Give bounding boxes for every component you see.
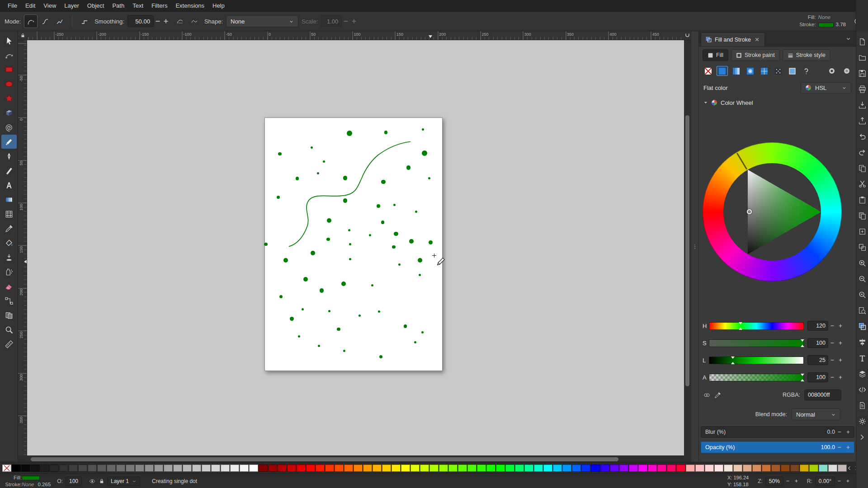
palette-swatch[interactable] [97,465,106,472]
redo-button[interactable] [858,148,867,156]
palette-swatch[interactable] [562,465,571,472]
palette-swatch[interactable] [192,465,201,472]
layer-visibility-icon[interactable] [89,478,95,484]
palette-scroll-left-button[interactable] [847,465,852,471]
paint-linear-gradient-button[interactable] [731,66,742,76]
palette-swatch-none[interactable] [2,465,11,472]
palette-swatch[interactable] [534,465,543,472]
more-button[interactable] [858,433,867,441]
palette-swatch[interactable] [809,465,818,472]
palette-swatch[interactable] [771,465,780,472]
vertical-ruler[interactable]: -50050100150200250300350400 [18,40,27,455]
object-opacity-input[interactable]: 100 [66,477,82,486]
palette-swatch[interactable] [145,465,154,472]
ellipse-tool-button[interactable] [1,77,17,91]
palette-swatch[interactable] [667,465,676,472]
palette-swatch[interactable] [287,465,296,472]
palette-swatch[interactable] [278,465,287,472]
palette-swatch[interactable] [354,465,363,472]
palette-swatch[interactable] [335,465,344,472]
save-button[interactable] [858,69,867,77]
palette-swatch[interactable] [781,465,790,472]
tweak-tool-button[interactable] [1,250,17,264]
palette-swatch[interactable] [600,465,609,472]
palette-swatch[interactable] [714,465,723,472]
rotation-decrease-button[interactable] [835,479,844,483]
spiral-tool-button[interactable] [1,120,17,134]
menu-view[interactable]: View [39,1,60,10]
zoom-decrease-button[interactable] [783,479,792,483]
pages-tool-button[interactable] [1,308,17,322]
palette-swatch[interactable] [819,465,828,472]
palette-swatch[interactable] [107,465,116,472]
color-mode-dropdown[interactable]: HSL [801,82,851,94]
palette-swatch[interactable] [581,465,590,472]
rotation-input[interactable]: 0.00° [815,477,835,486]
palette-swatch[interactable] [724,465,733,472]
paint-mesh-gradient-button[interactable] [759,66,770,76]
light-increase-button[interactable] [836,355,844,365]
tab-stroke-style[interactable]: Stroke style [783,49,830,61]
palette-swatch[interactable] [268,465,277,472]
zoom-tool-button[interactable] [1,323,17,337]
menu-layer[interactable]: Layer [60,1,83,10]
duplicate-button[interactable] [858,211,867,220]
text-dialog-button[interactable] [858,354,867,362]
close-icon[interactable] [754,37,760,42]
snap-controls-button[interactable] [684,31,691,40]
palette-swatch[interactable] [505,465,514,472]
menu-path[interactable]: Path [108,1,128,10]
palette-swatch[interactable] [154,465,163,472]
panel-resize-handle[interactable] [691,31,698,462]
mesh-tool-button[interactable] [1,207,17,221]
doc-props-button[interactable] [858,401,867,409]
palette-swatch[interactable] [249,465,258,472]
palette-swatch[interactable] [202,465,211,472]
alpha-decrease-button[interactable] [828,372,836,382]
palette-swatch[interactable] [230,465,239,472]
selector-tool-button[interactable] [1,33,17,47]
palette-swatch[interactable] [306,465,315,472]
palette-swatch[interactable] [838,465,847,472]
color-marker[interactable] [747,209,752,214]
lpe-simplify-button[interactable] [173,14,187,28]
pen-tool-button[interactable] [1,149,17,163]
palette-swatch[interactable] [629,465,638,472]
alpha-slider-track[interactable] [709,374,804,381]
paste-button[interactable] [858,196,867,204]
palette-swatch[interactable] [116,465,125,472]
palette-swatch[interactable] [21,465,30,472]
palette-swatch[interactable] [515,465,524,472]
palette-swatch[interactable] [543,465,552,472]
palette-swatch[interactable] [401,465,410,472]
fill-stroke-status[interactable]: Fill: Stroke:None0.265 [4,474,51,488]
palette-swatch[interactable] [695,465,704,472]
zoom-out-button[interactable] [858,275,867,283]
vertical-scrollbar-thumb[interactable] [685,115,689,386]
palette-swatch[interactable] [31,465,40,472]
layer-selector[interactable]: Layer 1 [107,477,140,486]
eraser-tool-button[interactable] [1,279,17,293]
alpha-increase-button[interactable] [836,372,844,382]
palette-swatch[interactable] [221,465,230,472]
pencil-mode-spiro-button[interactable] [38,14,52,28]
pencil-mode-bspline-button[interactable] [53,14,66,28]
palette-swatch[interactable] [344,465,353,472]
fill-color-swatch[interactable] [22,476,40,480]
star-tool-button[interactable] [1,91,17,105]
rotation-increase-button[interactable] [844,479,852,483]
palette-swatch[interactable] [211,465,220,472]
paint-flat-button[interactable] [717,66,728,76]
palette-swatch[interactable] [705,465,714,472]
palette-swatch[interactable] [619,465,628,472]
clone-button[interactable] [858,227,867,235]
menu-object[interactable]: Object [83,1,108,10]
zoom-in-button[interactable] [858,259,867,267]
palette-swatch[interactable] [591,465,600,472]
menu-file[interactable]: File [4,1,21,10]
palette-swatch[interactable] [828,465,837,472]
export-button[interactable] [858,117,867,125]
horizontal-scrollbar[interactable] [27,455,684,462]
smoothing-increase-button[interactable] [162,15,170,27]
lock-guides-icon[interactable] [20,33,25,38]
